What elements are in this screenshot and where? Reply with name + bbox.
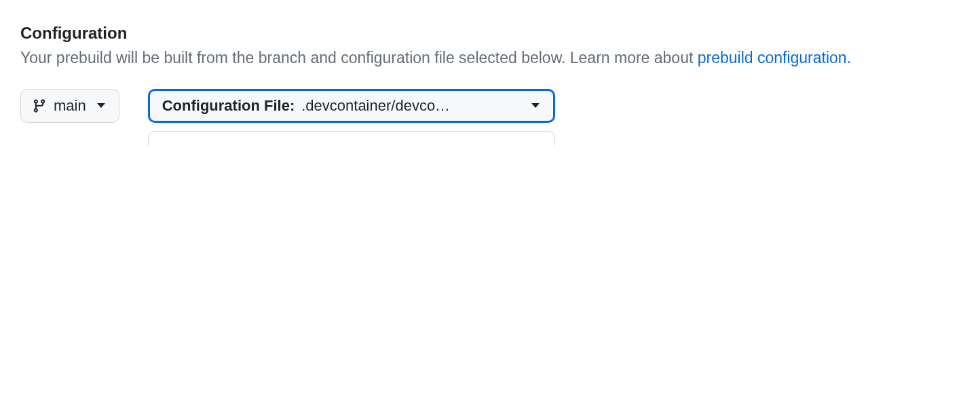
branch-selector-button[interactable]: main	[20, 89, 119, 123]
config-file-value: .devcontainer/devco…	[301, 98, 520, 113]
section-title: Configuration	[20, 23, 960, 43]
caret-down-icon	[97, 103, 105, 108]
config-selector-wrapper: Configuration File: .devcontainer/devco……	[148, 89, 555, 123]
git-branch-icon	[32, 98, 47, 113]
branch-selector-label: main	[54, 98, 86, 113]
config-file-dropdown-menu: .devcontainer/devcontainer.json.devconta…	[148, 131, 555, 146]
prebuild-config-link[interactable]: prebuild configuration.	[698, 49, 851, 66]
section-description: Your prebuild will be built from the bra…	[20, 46, 960, 70]
config-file-prefix: Configuration File:	[162, 98, 295, 113]
config-file-option[interactable]: .devcontainer/devcontainer.json	[149, 132, 554, 146]
section-description-text: Your prebuild will be built from the bra…	[20, 49, 698, 66]
controls-row: main Configuration File: .devcontainer/d…	[20, 89, 960, 123]
config-file-selector-button[interactable]: Configuration File: .devcontainer/devco…	[148, 89, 555, 123]
caret-down-icon	[531, 103, 540, 108]
